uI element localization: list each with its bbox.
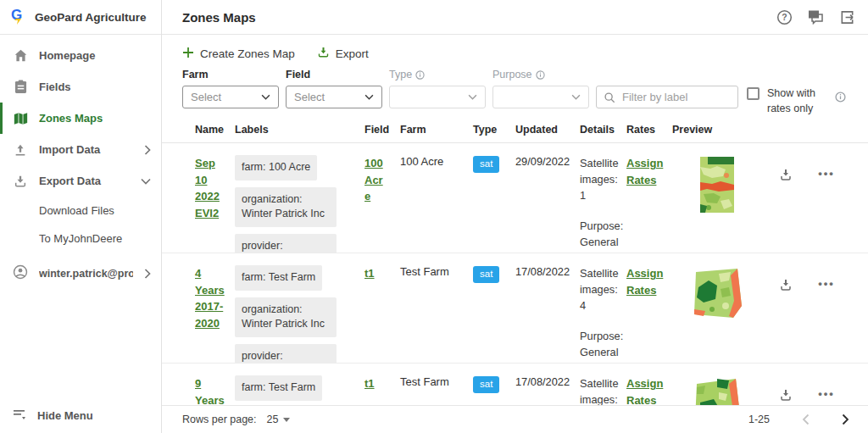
rates-only-checkbox[interactable] — [747, 87, 760, 100]
farm-select-value: Select — [191, 91, 221, 103]
table-row: Sep 10 2022 EVI2 farm: 100 Acre organiza… — [162, 143, 868, 253]
zone-preview-thumbnail[interactable] — [672, 265, 767, 364]
previous-page-button[interactable] — [802, 414, 810, 425]
dropdown-arrow-icon — [283, 418, 290, 422]
type-filter-label: Type — [389, 69, 486, 80]
assign-rates-link[interactable]: Assign Rates — [626, 155, 667, 188]
label-chip: provider: JohnDeere — [235, 234, 337, 254]
create-zones-map-label: Create Zones Map — [200, 47, 295, 60]
map-icon — [13, 111, 28, 126]
label-search[interactable] — [596, 86, 738, 108]
col-header-rates: Rates — [626, 124, 672, 136]
field-select[interactable]: Select — [286, 86, 382, 108]
col-header-name: Name — [195, 124, 235, 136]
farm-select[interactable]: Select — [182, 86, 279, 108]
download-icon — [13, 174, 28, 189]
filter-bar: Farm Select Field Select Type — [162, 65, 868, 117]
rows-per-page-label: Rows per page: — [182, 414, 257, 425]
show-rates-only-toggle[interactable]: Show with rates only — [747, 86, 821, 116]
info-icon — [536, 70, 545, 80]
rows-per-page-value: 25 — [267, 414, 279, 425]
sidebar: G GeoPard Agriculture Homepage Fields — [0, 0, 162, 433]
field-link[interactable]: t1 — [364, 375, 375, 392]
more-actions-button[interactable]: ••• — [810, 265, 849, 364]
rows-per-page-select[interactable]: 25 — [267, 414, 291, 425]
svg-text:?: ? — [782, 13, 787, 22]
sidebar-item-zones-maps[interactable]: Zones Maps — [0, 103, 161, 134]
more-actions-button[interactable]: ••• — [810, 375, 849, 405]
more-actions-button[interactable]: ••• — [810, 155, 849, 253]
label-chip: organization: Winter Patrick Inc — [235, 187, 337, 227]
collapse-menu-icon — [13, 408, 26, 423]
export-button[interactable]: Export — [317, 46, 369, 61]
hide-menu-label: Hide Menu — [37, 409, 93, 422]
logout-icon[interactable] — [837, 8, 856, 26]
updated-cell: 17/08/2022 — [515, 375, 580, 405]
type-select[interactable] — [389, 86, 486, 108]
page-header: Zones Maps ? — [162, 0, 868, 35]
type-badge: sat — [473, 156, 499, 173]
sidebar-item-label: Import Data — [39, 143, 100, 156]
hide-menu-button[interactable]: Hide Menu — [0, 397, 161, 433]
app-logo-text: GeoPard Agriculture — [35, 11, 147, 24]
pager: 1-25 — [748, 414, 849, 425]
col-header-farm: Farm — [400, 124, 473, 136]
account-email: winter.patrick@proton... — [39, 268, 133, 280]
zone-preview-thumbnail[interactable] — [672, 155, 767, 253]
farm-cell: Test Farm — [400, 265, 473, 364]
label-chip: provider: JohnDeere — [235, 344, 337, 364]
search-input[interactable] — [620, 90, 722, 104]
sidebar-item-import-data[interactable]: Import Data — [0, 134, 161, 165]
zone-preview-thumbnail[interactable] — [672, 375, 767, 405]
geopard-logo-icon: G — [11, 7, 27, 27]
updated-cell: 29/09/2022 — [515, 155, 580, 253]
sidebar-item-homepage[interactable]: Homepage — [0, 40, 161, 71]
labels-cell: farm: Test Farm organization: Winter Pat… — [235, 375, 364, 405]
purpose-select[interactable] — [492, 86, 589, 108]
sidebar-item-export-data[interactable]: Export Data — [0, 165, 161, 197]
label-chip: organization: Winter Patrick Inc — [235, 297, 337, 337]
svg-text:G: G — [11, 7, 22, 23]
download-zone-button[interactable] — [767, 375, 810, 405]
help-icon[interactable]: ? — [775, 8, 793, 26]
field-select-value: Select — [294, 91, 325, 103]
assign-rates-link[interactable]: Assign Rates — [626, 375, 667, 405]
chevron-down-icon — [571, 94, 581, 100]
app-window: G GeoPard Agriculture Homepage Fields — [0, 0, 868, 433]
field-link[interactable]: 100 Acre — [364, 155, 387, 205]
field-link[interactable]: t1 — [364, 265, 375, 282]
updated-cell: 17/08/2022 — [515, 265, 580, 364]
avatar-icon — [13, 264, 28, 282]
col-header-field: Field — [364, 124, 400, 136]
download-icon — [778, 387, 793, 402]
sidebar-subitem-download-files[interactable]: Download Files — [0, 197, 161, 225]
rates-only-label: Show with rates only — [767, 86, 821, 116]
more-icon: ••• — [818, 167, 835, 253]
plus-icon — [182, 47, 194, 61]
next-page-button[interactable] — [842, 414, 849, 425]
download-zone-button[interactable] — [767, 155, 810, 253]
zone-name-link[interactable]: Sep 10 2022 EVI2 — [195, 155, 229, 221]
zone-name-link[interactable]: 4 Years 2017-2020 — [195, 265, 229, 331]
farm-cell: Test Farm — [400, 375, 473, 405]
assign-rates-link[interactable]: Assign Rates — [626, 265, 667, 298]
rates-info-icon[interactable] — [835, 91, 846, 106]
purpose-filter: Purpose — [492, 69, 589, 108]
type-badge: sat — [473, 376, 499, 393]
chevron-right-icon — [144, 145, 151, 155]
create-zones-map-button[interactable]: Create Zones Map — [182, 47, 295, 61]
sidebar-item-label: Export Data — [39, 175, 101, 187]
sidebar-subitem-label: To MyJohnDeere — [39, 232, 122, 245]
details-cell: Satellite images: — [580, 375, 626, 405]
zone-name-link[interactable]: 9 Years — [195, 375, 229, 405]
feedback-chat-icon[interactable] — [806, 8, 825, 26]
sidebar-item-fields[interactable]: Fields — [0, 71, 161, 103]
chevron-down-icon — [364, 94, 374, 100]
chevron-down-icon — [261, 94, 270, 100]
sidebar-account[interactable]: winter.patrick@proton... — [0, 258, 161, 289]
home-icon — [13, 48, 28, 64]
download-zone-button[interactable] — [767, 265, 810, 364]
sidebar-subitem-to-myjohndeere[interactable]: To MyJohnDeere — [0, 225, 161, 253]
col-header-type: Type — [473, 124, 515, 136]
download-icon — [778, 167, 793, 182]
